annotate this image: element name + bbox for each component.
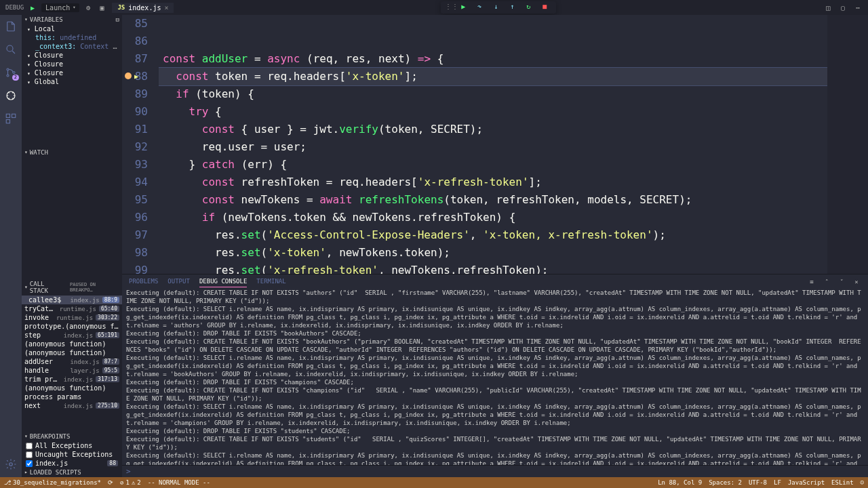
- cursor-position[interactable]: Ln 88, Col 9: [658, 479, 702, 486]
- step-over-icon[interactable]: ↷: [477, 3, 487, 12]
- loaded-scripts-panel: ▸LOADED SCRIPTS: [22, 468, 122, 477]
- linter[interactable]: ESLint: [831, 479, 854, 486]
- restart-icon[interactable]: ↻: [526, 3, 536, 12]
- callstack-frame[interactable]: handlelayer.js95:5: [22, 366, 122, 375]
- debug-sidebar: ▾VARIABLES⊟ ▾ Localthis: undefined_conte…: [22, 15, 122, 477]
- settings-gear-icon[interactable]: [3, 457, 18, 472]
- variable-scope[interactable]: ▾ Local: [22, 24, 122, 33]
- console-icon[interactable]: ▣: [97, 3, 106, 12]
- debug-console-input[interactable]: >: [122, 465, 868, 477]
- breakpoint-checkbox[interactable]: [26, 443, 33, 449]
- callstack-header[interactable]: ▾CALL STACKPAUSED ON BREAKPO…: [22, 279, 122, 296]
- stop-icon[interactable]: ■: [542, 3, 552, 12]
- panel-collapse-icon[interactable]: ˄: [822, 277, 831, 287]
- status-bar: ⎇ 30_sequelize_migrations* ⟳ ⊘ 1 ⚠ 2 -- …: [0, 477, 868, 488]
- callstack-frame[interactable]: (anonymous function): [22, 340, 122, 348]
- title-bar: DEBUG ▶ Launch ▾ ⚙ ▣ JS index.js × ⋮⋮ ▶ …: [0, 0, 868, 15]
- callstack-frame[interactable]: (anonymous function): [22, 384, 122, 392]
- launch-config-select[interactable]: Launch ▾: [41, 3, 79, 12]
- split-editor-icon[interactable]: ◫: [823, 3, 833, 12]
- source-control-icon[interactable]: 2: [3, 65, 18, 80]
- svg-rect-7: [6, 120, 9, 123]
- git-branch[interactable]: ⎇ 30_sequelize_migrations*: [4, 479, 101, 486]
- continue-icon[interactable]: ▶: [461, 3, 471, 12]
- indent-setting[interactable]: Spaces: 2: [709, 479, 742, 486]
- svg-rect-6: [12, 114, 16, 117]
- variable-scope[interactable]: ▾ Closure: [22, 60, 122, 68]
- callstack-frame[interactable]: (anonymous function): [22, 348, 122, 357]
- start-debug-icon[interactable]: ▶: [28, 3, 37, 12]
- callstack-frame[interactable]: process_params: [22, 392, 122, 401]
- breakpoint-item[interactable]: index.js88: [22, 459, 122, 468]
- breakpoint-checkbox[interactable]: [26, 451, 33, 458]
- variable-item[interactable]: this: undefined: [22, 33, 122, 42]
- callstack-frame[interactable]: invokeruntime.js303:22: [22, 313, 122, 322]
- svg-point-2: [7, 75, 9, 77]
- callstack-frame[interactable]: tryCatchruntime.js65:40: [22, 304, 122, 313]
- breakpoint-item[interactable]: All Exceptions: [22, 441, 122, 450]
- drag-handle-icon[interactable]: ⋮⋮: [445, 3, 454, 12]
- callstack-frame[interactable]: addUserindex.js87:7: [22, 357, 122, 366]
- svg-point-8: [9, 463, 13, 466]
- breakpoints-panel: ▾BREAKPOINTS All ExceptionsUncaught Exce…: [22, 432, 122, 468]
- eol[interactable]: LF: [774, 479, 781, 486]
- panel-tab[interactable]: OUTPUT: [167, 276, 190, 287]
- debug-icon[interactable]: [3, 88, 18, 103]
- code-editor[interactable]: 858687888990919293949596979899 const add…: [122, 15, 868, 274]
- line-gutter[interactable]: 858687888990919293949596979899: [122, 15, 159, 274]
- panel-tabs: PROBLEMSOUTPUTDEBUG CONSOLETERMINAL ≡ ˄ …: [122, 274, 868, 289]
- activity-bar: 2: [0, 15, 22, 477]
- collapse-icon[interactable]: ⊟: [116, 16, 119, 23]
- callstack-frame[interactable]: stepindex.js65:191: [22, 331, 122, 340]
- feedback-icon[interactable]: ☺: [861, 479, 864, 486]
- search-icon[interactable]: [3, 42, 18, 57]
- breakpoint-item[interactable]: Uncaught Exceptions: [22, 450, 122, 459]
- variables-header[interactable]: ▾VARIABLES⊟: [22, 15, 122, 24]
- svg-point-1: [7, 68, 9, 70]
- callstack-frame[interactable]: trim_prefixindex.js317:13: [22, 375, 122, 384]
- panel-tab[interactable]: PROBLEMS: [129, 276, 158, 287]
- svg-rect-5: [6, 114, 9, 117]
- more-icon[interactable]: ⋯: [853, 3, 863, 12]
- callstack-status: PAUSED ON BREAKPO…: [70, 282, 119, 293]
- panel-filter-icon[interactable]: ≡: [807, 277, 816, 287]
- debug-label: DEBUG: [5, 4, 24, 11]
- explorer-icon[interactable]: [3, 19, 18, 34]
- sync-icon[interactable]: ⟳: [108, 479, 113, 486]
- callstack-frame[interactable]: nextindex.js275:10: [22, 401, 122, 410]
- debug-console-output[interactable]: Executing (default): CREATE TABLE IF NOT…: [122, 289, 868, 465]
- panel-close-icon[interactable]: ×: [852, 277, 861, 287]
- debug-toolbar: ⋮⋮ ▶ ↷ ↓ ↑ ↻ ■: [441, 1, 556, 14]
- breakpoints-header[interactable]: ▾BREAKPOINTS: [22, 432, 122, 441]
- variable-item[interactable]: _context3: Context {tryEntri…: [22, 42, 122, 51]
- editor-tab[interactable]: JS index.js ×: [112, 3, 174, 13]
- callstack-frame[interactable]: prototype.(anonymous functi…: [22, 322, 122, 331]
- watch-panel: ▾WATCH: [22, 148, 122, 279]
- callstack-frame[interactable]: _callee3$index.js88:9: [22, 296, 122, 304]
- error-count[interactable]: ⊘ 1 ⚠ 2: [120, 479, 141, 486]
- js-file-icon: JS: [117, 4, 125, 11]
- encoding[interactable]: UTF-8: [749, 479, 767, 486]
- variable-scope[interactable]: ▾ Global: [22, 77, 122, 86]
- breakpoint-checkbox[interactable]: [26, 460, 33, 467]
- language-mode[interactable]: JavaScript: [788, 479, 825, 486]
- extensions-icon[interactable]: [3, 111, 18, 126]
- step-out-icon[interactable]: ↑: [510, 3, 519, 12]
- svg-point-0: [7, 45, 13, 52]
- launch-config-label: Launch: [45, 4, 70, 12]
- panel-expand-icon[interactable]: ˅: [837, 277, 846, 287]
- watch-header[interactable]: ▾WATCH: [22, 148, 122, 157]
- toggle-panel-icon[interactable]: ▢: [838, 3, 848, 12]
- code-content[interactable]: const addUser = async (req, res, next) =…: [159, 15, 827, 274]
- minimap[interactable]: [827, 15, 868, 274]
- gear-icon[interactable]: ⚙: [83, 3, 93, 12]
- panel-tab[interactable]: DEBUG CONSOLE: [199, 276, 247, 287]
- scm-badge: 2: [12, 75, 19, 81]
- variable-scope[interactable]: ▾ Closure: [22, 51, 122, 60]
- panel-tab[interactable]: TERMINAL: [256, 276, 285, 287]
- close-tab-icon[interactable]: ×: [164, 4, 168, 12]
- vim-mode: -- NORMAL MODE --: [148, 479, 210, 486]
- loaded-scripts-header[interactable]: ▸LOADED SCRIPTS: [22, 468, 122, 477]
- step-into-icon[interactable]: ↓: [494, 3, 503, 12]
- variable-scope[interactable]: ▾ Closure: [22, 68, 122, 77]
